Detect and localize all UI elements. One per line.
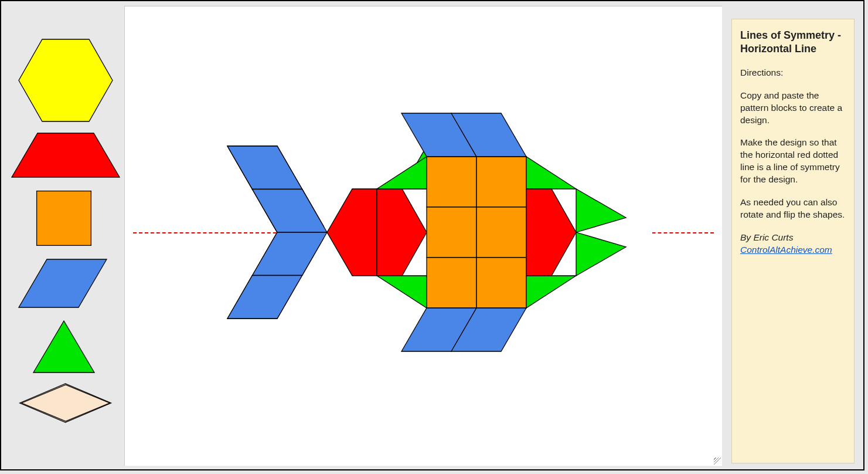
svg-rect-19 — [476, 258, 526, 308]
panel-title: Lines of Symmetry - Horizontal Line — [740, 29, 846, 56]
svg-marker-0 — [19, 39, 113, 121]
svg-marker-1 — [12, 133, 120, 177]
svg-rect-17 — [476, 207, 526, 258]
fish-design[interactable] — [125, 6, 723, 466]
directions-p3: As needed you can also rotate and flip t… — [740, 197, 846, 221]
svg-marker-6 — [22, 385, 110, 421]
palette-thin-rhombus[interactable] — [9, 384, 122, 422]
drawing-canvas[interactable] — [124, 6, 722, 466]
svg-marker-11 — [253, 189, 328, 233]
palette-rhombus[interactable] — [19, 259, 107, 307]
palette-hexagon[interactable] — [19, 39, 113, 121]
author-line: By Eric Curts ControlAltAchieve.com — [740, 232, 846, 256]
palette-trapezoid[interactable] — [12, 133, 120, 177]
svg-marker-13 — [227, 276, 302, 319]
directions-p2: Make the design so that the horizontal r… — [740, 137, 846, 186]
svg-marker-3 — [19, 259, 107, 307]
svg-rect-2 — [37, 191, 91, 246]
svg-marker-4 — [33, 321, 94, 373]
svg-rect-14 — [427, 157, 476, 207]
directions-label: Directions: — [740, 67, 846, 79]
svg-rect-18 — [427, 258, 476, 308]
palette-square[interactable] — [36, 191, 91, 246]
author-name: By Eric Curts — [740, 232, 793, 242]
svg-rect-16 — [427, 207, 476, 258]
svg-marker-10 — [227, 146, 302, 189]
instructions-panel: Lines of Symmetry - Horizontal Line Dire… — [731, 19, 855, 463]
svg-rect-15 — [476, 157, 526, 207]
svg-marker-12 — [253, 232, 328, 276]
palette-triangle[interactable] — [33, 321, 94, 373]
author-link[interactable]: ControlAltAchieve.com — [740, 245, 832, 255]
app-frame: Lines of Symmetry - Horizontal Line Dire… — [0, 0, 864, 470]
orange-body[interactable] — [427, 157, 526, 308]
directions-p1: Copy and paste the pattern blocks to cre… — [740, 90, 846, 127]
